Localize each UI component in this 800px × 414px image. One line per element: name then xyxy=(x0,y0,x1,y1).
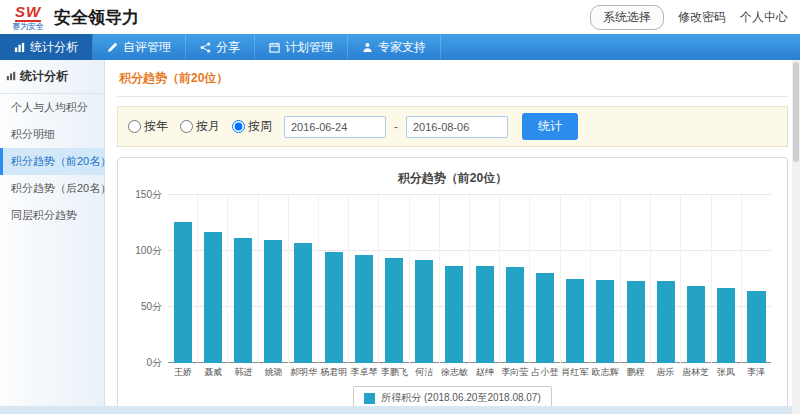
bar-chart: 0分50分100分150分 王娇聂威韩进姚璐郝明华杨君明李卓琴李鹏飞何洁徐志敏赵… xyxy=(168,195,771,379)
radio-by-year-input[interactable] xyxy=(128,120,141,133)
personal-center-link[interactable]: 个人中心 xyxy=(740,9,788,26)
radio-by-month[interactable]: 按月 xyxy=(180,118,220,135)
statistics-submit-button[interactable]: 统计 xyxy=(522,113,578,140)
bar-王娇[interactable] xyxy=(174,222,192,363)
bar-slot-姚璐 xyxy=(258,195,288,363)
bar-slot-李鹏飞 xyxy=(378,195,408,363)
y-axis-tick-label: 0分 xyxy=(128,356,162,370)
x-axis-label-聂威: 聂威 xyxy=(198,366,228,379)
chart-legend[interactable]: 所得积分 (2018.06.20至2018.08.07) xyxy=(353,386,552,406)
chart-card: 积分趋势（前20位） 0分50分100分150分 王娇聂威韩进姚璐郝明华杨君明李… xyxy=(117,157,788,406)
bar-徐志敏[interactable] xyxy=(445,266,463,363)
bar-韩进[interactable] xyxy=(234,238,252,363)
bar-slot-李向莹 xyxy=(499,195,529,363)
x-axis-label-鹏程: 鹏程 xyxy=(620,366,650,379)
nav-item-plan-management[interactable]: 计划管理 xyxy=(255,34,348,60)
expert-icon xyxy=(362,42,373,53)
nav-item-share[interactable]: 分享 xyxy=(186,34,255,60)
bar-杨君明[interactable] xyxy=(325,252,343,363)
scrollbar[interactable] xyxy=(792,60,800,414)
logo-company-name: 赛为安全 xyxy=(12,23,44,31)
x-axis-label-李向莹: 李向莹 xyxy=(500,366,530,379)
x-axis-label-欧志辉: 欧志辉 xyxy=(590,366,620,379)
nav-label: 统计分析 xyxy=(30,39,78,56)
sidebar-item-points-trend-top20[interactable]: 积分趋势（前20名） xyxy=(0,148,104,175)
bar-鹏程[interactable] xyxy=(627,281,645,363)
sidebar-item-points-detail[interactable]: 积分明细 xyxy=(0,121,104,148)
radio-by-month-label: 按月 xyxy=(196,118,220,135)
bar-肖红军[interactable] xyxy=(566,279,584,363)
x-axis-label-唐林芝: 唐林芝 xyxy=(681,366,711,379)
chart-x-labels: 王娇聂威韩进姚璐郝明华杨君明李卓琴李鹏飞何洁徐志敏赵绅李向莹占小登肖红军欧志辉鹏… xyxy=(168,366,771,379)
bar-slot-唐林芝 xyxy=(680,195,710,363)
chart-plot-area: 0分50分100分150分 xyxy=(168,195,771,363)
bar-李向莹[interactable] xyxy=(506,267,524,363)
bar-唐林芝[interactable] xyxy=(687,286,705,363)
chart-legend-row: 所得积分 (2018.06.20至2018.08.07) xyxy=(128,386,777,406)
bar-slot-鹏程 xyxy=(620,195,650,363)
x-axis-label-李鹏飞: 李鹏飞 xyxy=(379,366,409,379)
section-title: 积分趋势（前20位） xyxy=(117,60,788,97)
bar-聂威[interactable] xyxy=(204,232,222,363)
bar-李泽[interactable] xyxy=(747,291,765,363)
logo-sw-mark: SW xyxy=(15,4,41,22)
sidebar-item-personal-average-points[interactable]: 个人与人均积分 xyxy=(0,94,104,121)
bar-slot-杨君明 xyxy=(318,195,348,363)
change-password-link[interactable]: 修改密码 xyxy=(678,9,726,26)
nav-item-self-assessment[interactable]: 自评管理 xyxy=(93,34,186,60)
nav-label: 专家支持 xyxy=(378,39,426,56)
x-axis-label-唐乐: 唐乐 xyxy=(651,366,681,379)
bar-chart-icon xyxy=(14,42,25,53)
bar-slot-欧志辉 xyxy=(590,195,620,363)
filter-bar: 按年 按月 按周 - 统计 xyxy=(117,106,788,147)
calendar-icon xyxy=(269,42,280,53)
bar-slot-聂威 xyxy=(197,195,227,363)
bar-slot-何洁 xyxy=(409,195,439,363)
bar-欧志辉[interactable] xyxy=(596,280,614,363)
bar-姚璐[interactable] xyxy=(264,240,282,363)
nav-label: 计划管理 xyxy=(285,39,333,56)
system-select-button[interactable]: 系统选择 xyxy=(590,5,664,30)
scrollbar-thumb[interactable] xyxy=(793,62,799,162)
x-axis-label-王娇: 王娇 xyxy=(168,366,198,379)
legend-label: 所得积分 (2018.06.20至2018.08.07) xyxy=(381,391,541,405)
sidebar-item-points-trend-bottom20[interactable]: 积分趋势（后20名） xyxy=(0,175,104,202)
bar-何洁[interactable] xyxy=(415,260,433,363)
header-actions: 系统选择 修改密码 个人中心 xyxy=(590,5,788,30)
legend-color-swatch xyxy=(364,393,375,404)
x-axis-label-占小登: 占小登 xyxy=(530,366,560,379)
radio-by-week-input[interactable] xyxy=(232,120,245,133)
bar-唐乐[interactable] xyxy=(657,281,675,363)
x-axis-label-李卓琴: 李卓琴 xyxy=(349,366,379,379)
nav-item-expert-support[interactable]: 专家支持 xyxy=(348,34,441,60)
bar-chart-icon xyxy=(6,70,16,84)
app-header: SW 赛为安全 安全领导力 系统选择 修改密码 个人中心 xyxy=(0,0,800,34)
chart-title: 积分趋势（前20位） xyxy=(128,166,777,195)
bar-李卓琴[interactable] xyxy=(355,255,373,363)
app-window: SW 赛为安全 安全领导力 系统选择 修改密码 个人中心 统计分析 自评管理 xyxy=(0,0,800,414)
radio-by-week[interactable]: 按周 xyxy=(232,118,272,135)
x-axis-label-赵绅: 赵绅 xyxy=(470,366,500,379)
date-to-input[interactable] xyxy=(406,116,508,138)
main-nav: 统计分析 自评管理 分享 计划管理 专家支持 xyxy=(0,34,800,60)
radio-by-week-label: 按周 xyxy=(248,118,272,135)
bar-赵绅[interactable] xyxy=(476,266,494,363)
nav-item-statistics[interactable]: 统计分析 xyxy=(0,34,93,60)
bar-slot-占小登 xyxy=(529,195,559,363)
bar-张凤[interactable] xyxy=(717,288,735,363)
bar-slot-李卓琴 xyxy=(348,195,378,363)
date-from-input[interactable] xyxy=(284,116,386,138)
sidebar-title-text: 统计分析 xyxy=(20,68,68,85)
company-logo: SW 赛为安全 xyxy=(12,4,44,31)
edit-icon xyxy=(107,42,118,53)
bar-郝明华[interactable] xyxy=(294,243,312,363)
bar-slot-肖红军 xyxy=(560,195,590,363)
date-range-separator: - xyxy=(394,120,398,134)
bar-李鹏飞[interactable] xyxy=(385,258,403,363)
sidebar-item-same-level-trend[interactable]: 同层积分趋势 xyxy=(0,202,104,229)
radio-by-year[interactable]: 按年 xyxy=(128,118,168,135)
radio-by-month-input[interactable] xyxy=(180,120,193,133)
bar-占小登[interactable] xyxy=(536,273,554,363)
bar-slot-郝明华 xyxy=(288,195,318,363)
y-axis-tick-label: 100分 xyxy=(128,244,162,258)
